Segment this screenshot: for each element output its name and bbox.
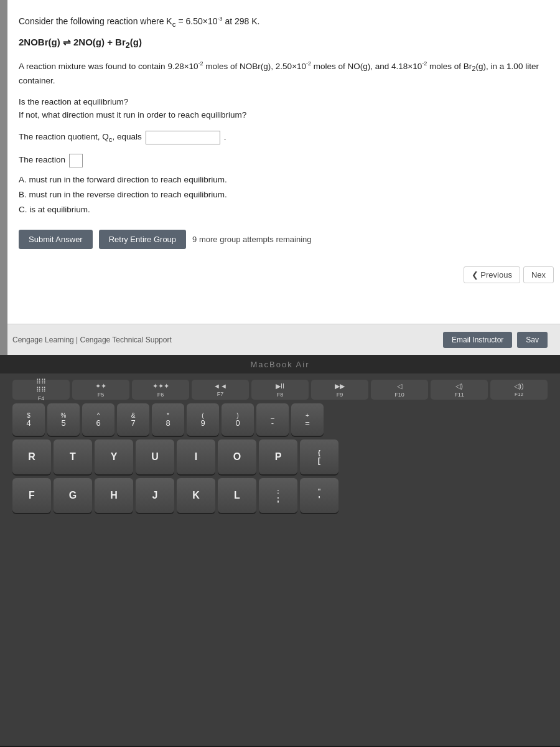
key-p[interactable]: P [259, 439, 297, 474]
f7-label: F7 [217, 391, 224, 397]
options-list: A. must run in the forward direction to … [19, 172, 541, 218]
reaction-label-text: The reaction [19, 154, 65, 166]
key-6[interactable]: ^ 6 [82, 403, 114, 436]
quotient-line: The reaction quotient, Qc, equals . [19, 131, 541, 145]
quotient-label: The reaction quotient, Qc, equals [19, 131, 142, 145]
key-equals[interactable]: + = [291, 403, 324, 436]
footer-buttons: Email Instructor Sav [443, 332, 548, 348]
fn-key-row: ⠿⠿⠿⠿ F4 ✦✦ F5 ✦✦✦ F6 ◄◄ F7 ▶II F8 ▶▶ F9 … [12, 380, 548, 400]
keyboard-area: ⠿⠿⠿⠿ F4 ✦✦ F5 ✦✦✦ F6 ◄◄ F7 ▶II F8 ▶▶ F9 … [0, 374, 560, 746]
f4-icon: ⠿⠿⠿⠿ [36, 378, 46, 394]
key-t[interactable]: T [54, 439, 92, 474]
email-instructor-button[interactable]: Email Instructor [443, 332, 512, 348]
mixture-text: A reaction mixture was found to contain … [19, 59, 541, 88]
key-j[interactable]: J [136, 478, 174, 513]
quotient-input[interactable] [146, 131, 220, 144]
macbook-label: MacBook Air [251, 360, 310, 369]
key-0[interactable]: ) 0 [222, 403, 254, 436]
f12-icon: ◁)) [514, 382, 523, 390]
reaction-label-row: The reaction [19, 154, 541, 167]
page-content: Consider the following reaction where Kc… [0, 0, 560, 324]
equilibrium-question: Is the reaction at equilibrium? If not, … [19, 95, 541, 122]
retry-group-button[interactable]: Retry Entire Group [99, 230, 186, 249]
fn-key-f8[interactable]: ▶II F8 [251, 380, 309, 400]
period: . [224, 131, 226, 144]
f12-label: F12 [515, 392, 523, 397]
reaction-equation: 2NOBr(g) ⇌ 2NO(g) + Br2(g) [19, 35, 541, 52]
f8-icon: ▶II [276, 382, 284, 390]
key-9[interactable]: ( 9 [187, 403, 219, 436]
f6-icon: ✦✦✦ [152, 382, 169, 390]
f5-icon: ✦✦ [95, 382, 106, 390]
fn-key-f11[interactable]: ◁) F11 [431, 380, 488, 400]
key-l[interactable]: L [218, 478, 256, 513]
key-bracket-open[interactable]: { [ [300, 439, 338, 474]
key-8[interactable]: * 8 [152, 403, 184, 436]
save-button[interactable]: Sav [517, 332, 548, 348]
asdf-row: F G H J K L : ; " ' [12, 478, 548, 513]
nav-area: ❮ Previous Nex [457, 263, 560, 286]
option-a: A. must run in the forward direction to … [19, 172, 541, 187]
key-o[interactable]: O [218, 439, 256, 474]
fn-key-f9[interactable]: ▶▶ F9 [311, 380, 368, 400]
submit-answer-button[interactable]: Submit Answer [19, 230, 93, 249]
browser-area: Consider the following reaction where Kc… [0, 0, 560, 355]
key-i[interactable]: I [177, 439, 215, 474]
fn-key-f10[interactable]: ◁ F10 [371, 380, 428, 400]
left-panel [0, 0, 7, 355]
f10-label: F10 [394, 392, 404, 398]
fn-key-f7[interactable]: ◄◄ F7 [192, 380, 249, 400]
f5-label: F5 [98, 392, 105, 398]
fn-key-f4[interactable]: ⠿⠿⠿⠿ F4 [12, 380, 70, 400]
key-4[interactable]: $ 4 [12, 403, 45, 436]
key-g[interactable]: G [54, 478, 92, 513]
f7-icon: ◄◄ [213, 382, 227, 390]
f4-label: F4 [38, 395, 45, 402]
f6-label: F6 [157, 392, 164, 398]
fn-key-f6[interactable]: ✦✦✦ F6 [132, 380, 189, 400]
option-c: C. is at equilibrium. [19, 202, 541, 217]
key-semicolon[interactable]: : ; [259, 478, 297, 513]
key-quote[interactable]: " ' [300, 478, 338, 513]
f11-icon: ◁) [455, 382, 463, 390]
previous-button[interactable]: ❮ Previous [464, 266, 520, 283]
key-f[interactable]: F [12, 478, 51, 513]
f9-icon: ▶▶ [335, 382, 345, 390]
fn-key-f5[interactable]: ✦✦ F5 [72, 380, 129, 400]
qwerty-row: R T Y U I O P { [ [12, 439, 548, 474]
button-row: Submit Answer Retry Entire Group 9 more … [19, 230, 541, 249]
footer-links: Cengage Learning | Cengage Technical Sup… [12, 336, 172, 344]
f11-label: F11 [454, 392, 464, 398]
reaction-checkbox[interactable] [69, 154, 83, 167]
key-minus[interactable]: _ - [256, 403, 289, 436]
key-5[interactable]: % 5 [47, 403, 80, 436]
question-title: Consider the following reaction where Kc… [19, 15, 541, 29]
key-y[interactable]: Y [95, 439, 133, 474]
key-7[interactable]: & 7 [117, 403, 149, 436]
option-b: B. must run in the reverse direction to … [19, 187, 541, 202]
fn-key-f12[interactable]: ◁)) F12 [490, 380, 548, 400]
next-button[interactable]: Nex [523, 266, 554, 283]
attempts-remaining: 9 more group attempts remaining [192, 233, 311, 246]
f10-icon: ◁ [397, 382, 402, 390]
key-k[interactable]: K [177, 478, 215, 513]
number-row: $ 4 % 5 ^ 6 & 7 * 8 ( 9 ) 0 _ - [12, 403, 548, 436]
key-h[interactable]: H [95, 478, 133, 513]
f9-label: F9 [337, 392, 343, 398]
key-r[interactable]: R [12, 439, 51, 474]
key-u[interactable]: U [136, 439, 174, 474]
laptop-bezel: MacBook Air [0, 355, 560, 374]
f8-label: F8 [277, 392, 284, 398]
footer-bar: Cengage Learning | Cengage Technical Sup… [0, 324, 560, 355]
